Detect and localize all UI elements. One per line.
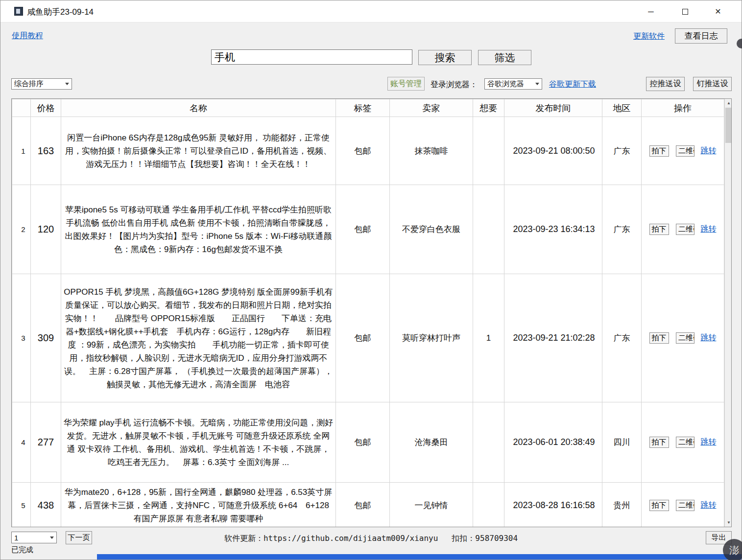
item-name: 华为荣耀 play手机 运行流畅不卡顿。无暗病，功能正常使用没问题，测好发货。无… [63,416,334,469]
name-cell: 华为荣耀 play手机 运行流畅不卡顿。无暗病，功能正常使用没问题，测好发货。无… [61,402,336,483]
table-row: 5 438 华为mate20，6+128，95新，国行全网通，麒麟980 处理器… [12,483,724,528]
taskbar-strip [97,554,742,560]
view-log-button[interactable]: 查看日志 [675,28,727,44]
col-header-seller[interactable]: 卖家 [390,99,473,117]
browser-select[interactable]: 谷歌浏览器 [484,78,542,90]
want-cell [473,185,504,274]
time-cell: 2023-09-21 08:00:50 [504,117,602,185]
actions-cell: 拍下 二维码 跳转 [642,185,724,274]
col-header-actions: 操作 [642,99,724,117]
qr-code-button[interactable]: 二维码 [676,500,694,511]
seller-cell: 不爱穿白色衣服 [390,185,473,274]
scrollbar-thumb[interactable] [725,108,732,143]
col-header-name[interactable]: 名称 [61,99,336,117]
row-index: 4 [12,402,31,483]
name-cell: OPPOR15 手机 梦境黑，高颜值6G+128G 梦境特别 版全面屏99新手机… [61,274,336,402]
row-index: 5 [12,483,31,528]
qr-code-button[interactable]: 二维码 [676,332,694,344]
filter-button[interactable]: 筛选 [478,50,531,65]
col-header-region[interactable]: 地区 [602,99,642,117]
name-cell: 华为mate20，6+128，95新，国行全网通，麒麟980 处理器，6.53英… [61,483,336,528]
region-cell: 贵州 [602,483,642,528]
region-cell: 广东 [602,185,642,274]
table-row: 3 309 OPPOR15 手机 梦境黑，高颜值6G+128G 梦境特别 版全面… [12,274,724,402]
window-title: 咸鱼助手23-09-14 [27,6,94,18]
region-cell: 广东 [602,274,642,402]
minimize-button[interactable]: ─ [636,0,666,23]
table-row: 1 163 闲置一台iPhone 6S内存是128g成色95新 灵敏好用， 功能… [12,117,724,185]
seller-cell: 抹茶咖啡 [390,117,473,185]
results-table-area: 价格 名称 标签 卖家 想要 发布时间 地区 操作 1 163 闲置一台iPho… [11,98,732,527]
sort-select-value: 综合排序 [14,79,44,89]
maximize-icon [682,9,688,15]
actions-cell: 拍下 二维码 跳转 [642,117,724,185]
tag-cell: 包邮 [336,117,390,185]
qq-contact-text: 扣扣：958709304 [452,534,518,543]
update-software-link[interactable]: 更新软件 [633,31,665,42]
account-manage-button[interactable]: 账号管理 [387,77,425,91]
jump-link[interactable]: 跳转 [700,501,716,509]
col-header-price[interactable]: 价格 [31,99,61,117]
minimize-icon: ─ [648,7,653,16]
chevron-down-icon [65,83,69,85]
name-cell: 闲置一台iPhone 6S内存是128g成色95新 灵敏好用， 功能都好，正常使… [61,117,336,185]
table-header-row: 价格 名称 标签 卖家 想要 发布时间 地区 操作 [12,99,724,117]
region-cell: 四川 [602,402,642,483]
page-select-value: 1 [14,534,18,542]
close-button[interactable]: ✕ [703,0,733,23]
item-name: 苹果ipone5 5s 可移动可联通 学生备用手机/工作机 平替ccd学生拍照听… [63,203,334,256]
sort-select[interactable]: 综合排序 [11,78,72,90]
vertical-scrollbar[interactable]: ▲ ▼ [724,99,731,527]
software-update-text: 软件更新：https://github.com/dijiaatm009/xian… [224,534,438,543]
buy-button[interactable]: 拍下 [649,500,669,511]
col-header-want[interactable]: 想要 [473,99,504,117]
next-page-button[interactable]: 下一页 [66,531,92,544]
price-cell: 277 [31,402,61,483]
name-cell: 苹果ipone5 5s 可移动可联通 学生备用手机/工作机 平替ccd学生拍照听… [61,185,336,274]
qr-code-button[interactable]: 二维码 [676,437,694,448]
push-settings-button-1[interactable]: 控推送设 [646,77,685,91]
browser-select-value: 谷歌浏览器 [487,79,524,89]
scroll-up-icon[interactable]: ▲ [725,99,732,107]
jump-link[interactable]: 跳转 [700,225,716,233]
buy-button[interactable]: 拍下 [649,224,669,235]
jump-link[interactable]: 跳转 [700,333,716,342]
time-cell: 2023-06-01 20:38:49 [504,402,602,483]
push-settings-button-2[interactable]: 钉推送设 [693,77,732,91]
status-text: 已完成 [11,545,33,555]
item-name: OPPOR15 手机 梦境黑，高颜值6G+128G 梦境特别 版全面屏99新手机… [63,285,334,391]
buy-button[interactable]: 拍下 [649,145,669,157]
jump-link[interactable]: 跳转 [700,438,716,446]
chrome-download-link[interactable]: 谷歌更新下载 [549,79,596,90]
qr-code-button[interactable]: 二维码 [676,145,694,157]
buy-button[interactable]: 拍下 [649,437,669,448]
chevron-down-icon [50,537,54,539]
app-icon [14,7,23,16]
col-header-tag[interactable]: 标签 [336,99,390,117]
time-cell: 2023-09-23 16:34:13 [504,185,602,274]
tutorial-link[interactable]: 使用教程 [12,31,43,41]
footer-info: 软件更新：https://github.com/dijiaatm009/xian… [0,534,742,544]
maximize-button[interactable] [670,0,700,23]
scroll-down-icon[interactable]: ▼ [725,518,732,527]
app-window: 咸鱼助手23-09-14 ─ ✕ 使用教程 更新软件 查看日志 搜索 筛选 综合… [0,0,742,560]
actions-cell: 拍下 二维码 跳转 [642,274,724,402]
actions-cell: 拍下 二维码 跳转 [642,402,724,483]
tag-cell: 包邮 [336,483,390,528]
price-cell: 120 [31,185,61,274]
item-name: 闲置一台iPhone 6S内存是128g成色95新 灵敏好用， 功能都好，正常使… [63,131,334,171]
results-table: 价格 名称 标签 卖家 想要 发布时间 地区 操作 1 163 闲置一台iPho… [12,99,724,527]
page-select[interactable]: 1 [11,532,57,543]
search-input[interactable] [211,49,412,65]
want-cell [473,402,504,483]
seller-cell: 沧海桑田 [390,402,473,483]
jump-link[interactable]: 跳转 [700,146,716,155]
search-button[interactable]: 搜索 [418,50,472,65]
col-header-time[interactable]: 发布时间 [504,99,602,117]
seller-cell: 一见钟情 [390,483,473,528]
buy-button[interactable]: 拍下 [649,332,669,344]
qr-code-button[interactable]: 二维码 [676,224,694,235]
tag-cell: 包邮 [336,185,390,274]
want-cell [473,483,504,528]
tag-cell: 包邮 [336,402,390,483]
